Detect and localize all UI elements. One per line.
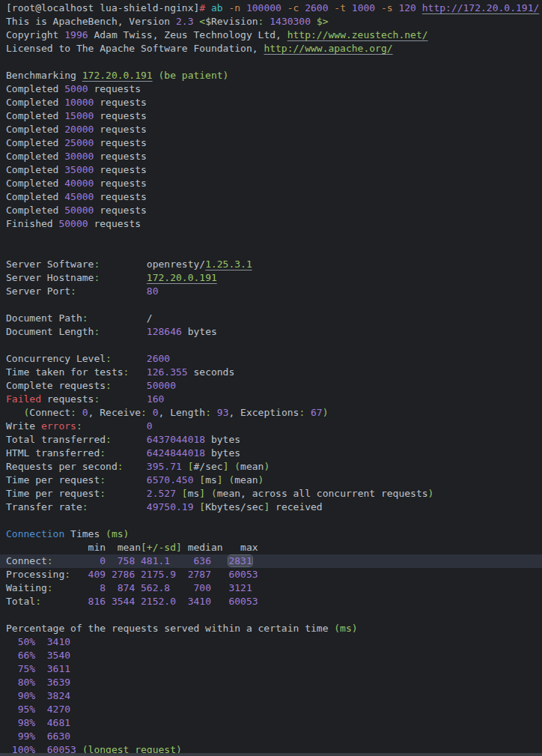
text-segment: -s <box>381 2 393 13</box>
text-segment: 3544 <box>112 596 135 607</box>
text-segment: requests <box>94 191 146 202</box>
terminal-line: 90% 3824 <box>0 689 542 703</box>
text-segment <box>6 690 18 701</box>
text-segment: 481.1 <box>141 555 170 566</box>
text-segment <box>35 650 47 661</box>
link[interactable]: http://www.zeustech.net/ <box>287 29 428 40</box>
text-segment: 2175.9 <box>141 569 176 580</box>
text-segment <box>35 690 47 701</box>
text-segment: $Revision <box>205 16 258 27</box>
text-segment: 50000 <box>58 218 88 229</box>
text-segment <box>176 488 182 499</box>
text-segment: This is ApacheBench, Version <box>6 16 176 27</box>
text-segment: min mean <box>6 542 141 553</box>
text-segment: Transfer rate <box>6 501 82 512</box>
terminal-line: Complete requests: 50000 <box>0 379 542 393</box>
text-segment: 75% <box>18 663 35 674</box>
text-segment: : <box>82 501 88 512</box>
text-segment <box>6 704 18 715</box>
text-segment: openresty/ <box>100 258 205 270</box>
text-segment <box>211 582 228 593</box>
text-segment: ) <box>428 488 434 499</box>
text-segment: 49750.19 <box>147 501 194 512</box>
text-segment: 700 <box>194 582 211 593</box>
terminal-line: 66% 3540 <box>0 649 542 662</box>
text-segment: Completed <box>6 124 64 135</box>
text-segment <box>416 2 422 13</box>
text-segment <box>112 380 147 391</box>
terminal-line <box>0 244 542 258</box>
text-segment: 8 <box>100 582 106 593</box>
text-segment <box>106 596 112 607</box>
terminal-line <box>0 298 542 312</box>
text-segment <box>170 582 193 593</box>
text-segment: 50% <box>18 636 35 647</box>
link[interactable]: http://www.apache.org/ <box>264 43 392 54</box>
text-segment: Adam Twiss, Zeus Technology Ltd, <box>88 29 287 40</box>
text-segment: : <box>141 407 147 418</box>
text-segment: seconds <box>188 366 235 378</box>
terminal-line <box>0 339 542 352</box>
link[interactable]: 1.25.3.1 <box>205 258 252 270</box>
text-segment: : <box>47 555 53 566</box>
text-segment: 80 <box>147 285 159 297</box>
text-segment: Time per request <box>6 474 100 486</box>
text-segment: 66% <box>18 650 35 661</box>
text-segment: ( <box>234 461 240 472</box>
terminal-line: 95% 4270 <box>0 703 542 716</box>
text-segment: : <box>82 312 88 324</box>
text-segment: 6570.450 <box>147 474 194 486</box>
text-segment: 15000 <box>64 110 94 121</box>
text-segment: Completed <box>6 110 64 121</box>
horizontal-scrollbar[interactable] <box>0 753 542 756</box>
text-segment: 2787 <box>188 569 211 580</box>
text-segment <box>53 582 100 593</box>
link[interactable]: http://172.20.0.191/ <box>422 2 540 13</box>
terminal-line: Processing: 409 2786 2175.9 2787 60053 <box>0 568 542 581</box>
text-segment: 4681 <box>47 717 70 728</box>
link[interactable]: 172.20.0.191 <box>82 70 153 81</box>
text-segment: 3121 <box>228 582 252 593</box>
text-segment: Total <box>6 596 35 607</box>
text-segment <box>41 596 88 607</box>
text-segment <box>35 663 47 674</box>
text-segment <box>346 2 352 13</box>
text-segment: : <box>205 407 211 418</box>
terminal-line: Completed 20000 requests <box>0 123 542 136</box>
text-segment: 6630 <box>47 731 70 742</box>
terminal-line: Time per request: 6570.450 [ms] (mean) <box>0 474 542 487</box>
text-segment: 30000 <box>64 151 94 162</box>
terminal-line: Completed 40000 requests <box>0 177 542 190</box>
text-segment: 816 <box>88 596 106 607</box>
text-segment <box>135 555 141 566</box>
text-segment <box>129 366 146 378</box>
text-segment: 60053 <box>228 596 258 607</box>
text-segment: [ <box>182 488 188 499</box>
text-segment: -c <box>287 2 299 13</box>
text-segment <box>70 569 88 580</box>
text-segment: Waiting <box>6 582 47 593</box>
text-segment: 98% <box>18 717 35 728</box>
terminal-line: Requests per second: 395.71 [#/sec] (mea… <box>0 460 542 474</box>
text-segment: Connect <box>29 407 70 418</box>
text-segment <box>53 555 100 566</box>
text-segment <box>82 420 147 432</box>
text-segment: requests <box>94 124 146 135</box>
text-segment: Write <box>6 420 41 432</box>
text-segment: , Length <box>159 407 206 418</box>
text-segment: Completed <box>6 83 64 94</box>
text-segment: Processing <box>6 569 64 580</box>
terminal-line <box>0 514 542 527</box>
terminal-line: This is ApacheBench, Version 2.3 <$Revis… <box>0 15 542 28</box>
text-segment: Total transferred <box>6 434 106 445</box>
text-segment <box>100 393 147 405</box>
text-segment <box>112 353 147 364</box>
text-segment: 3611 <box>47 663 70 674</box>
text-segment: Completed <box>6 151 64 162</box>
text-segment <box>124 461 147 472</box>
terminal-line <box>0 55 542 69</box>
terminal-line: Time taken for tests: 126.355 seconds <box>0 366 542 379</box>
text-segment: Time taken for tests <box>6 366 124 378</box>
terminal-line: Completed 45000 requests <box>0 190 542 204</box>
link[interactable]: 172.20.0.191 <box>147 272 217 283</box>
